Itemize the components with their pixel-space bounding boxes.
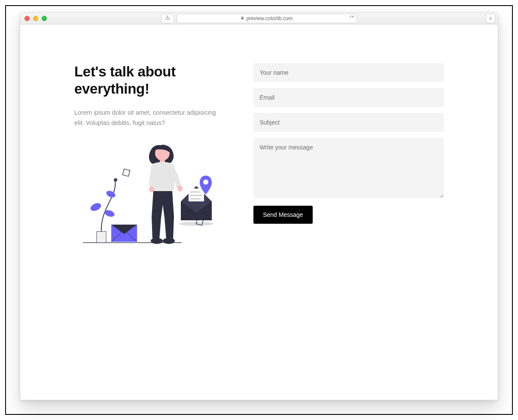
browser-window: preview.colorlib.com + Let's talk about … (20, 12, 498, 400)
name-input[interactable] (253, 63, 444, 82)
maximize-window-button[interactable] (42, 16, 47, 21)
svg-point-15 (163, 238, 175, 244)
share-button[interactable] (161, 14, 174, 23)
share-icon (165, 15, 170, 21)
svg-point-13 (177, 186, 183, 192)
svg-point-21 (203, 180, 208, 185)
svg-rect-2 (97, 231, 106, 243)
message-textarea[interactable] (253, 138, 444, 198)
intro-column: Let's talk about everything! Lorem ipsum… (74, 63, 236, 248)
address-bar-area: preview.colorlib.com (161, 14, 357, 23)
heading-line-1: Let's talk about (74, 64, 176, 79)
svg-point-14 (151, 238, 163, 244)
subject-input[interactable] (253, 113, 444, 132)
svg-point-3 (89, 201, 102, 212)
reload-button[interactable] (349, 15, 354, 21)
window-controls (24, 16, 47, 21)
screenshot-frame: preview.colorlib.com + Let's talk about … (5, 5, 513, 415)
page-subtext: Lorem ipsum dolor sit amet, consectetur … (74, 107, 220, 128)
close-window-button[interactable] (24, 16, 30, 21)
browser-titlebar: preview.colorlib.com + (20, 12, 498, 24)
url-text: preview.colorlib.com (246, 15, 293, 21)
minimize-window-button[interactable] (33, 16, 38, 21)
svg-rect-7 (122, 169, 130, 176)
send-message-button[interactable]: Send Message (253, 206, 312, 224)
page-content: Let's talk about everything! Lorem ipsum… (61, 24, 457, 248)
address-bar[interactable]: preview.colorlib.com (177, 14, 357, 23)
contact-illustration (74, 136, 216, 248)
page-heading: Let's talk about everything! (74, 63, 236, 98)
plus-icon: + (489, 15, 492, 22)
svg-point-5 (105, 189, 116, 199)
new-tab-button[interactable]: + (486, 14, 495, 23)
page-viewport: Let's talk about everything! Lorem ipsum… (20, 24, 498, 400)
email-input[interactable] (253, 88, 444, 107)
contact-form: Send Message (253, 63, 444, 248)
svg-point-6 (114, 178, 117, 182)
svg-point-22 (179, 222, 213, 226)
lock-icon (241, 16, 244, 21)
heading-line-2: everything! (74, 81, 149, 97)
